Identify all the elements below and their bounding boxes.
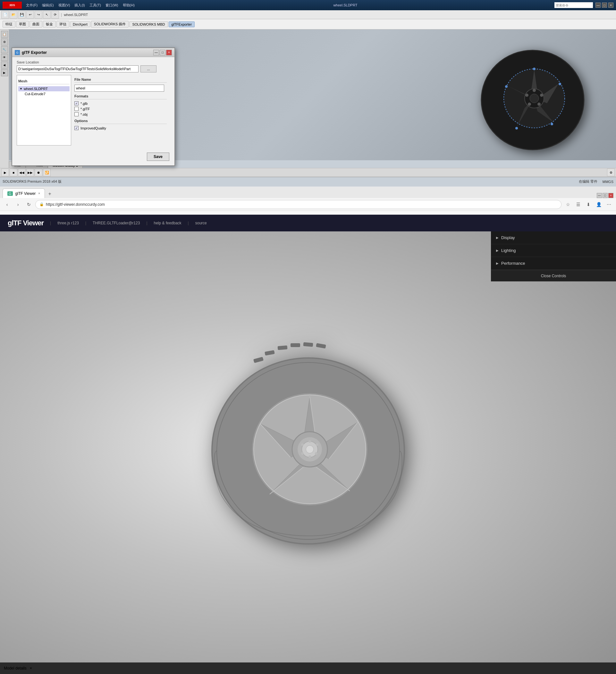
display-ctrl-row[interactable]: ▶ Display (491, 231, 616, 244)
sw-ribbon: 特征 草图 曲面 钣金 评估 DimXpert SOLIDWORKS 插件 SO… (0, 19, 616, 29)
browser-minimize-btn[interactable]: — (597, 193, 602, 198)
svg-point-33 (315, 452, 317, 455)
sw-maximize-btn[interactable]: □ (602, 3, 607, 8)
improved-quality-checkbox[interactable]: ✓ (74, 126, 79, 130)
browser-tab-gltf[interactable]: G glTF Viewer × (3, 189, 45, 198)
performance-arrow-icon: ▶ (496, 261, 499, 265)
tb-open-btn[interactable]: 📂 (10, 11, 17, 19)
menu-view[interactable]: 视图(V) (57, 2, 72, 8)
side-feature-tree[interactable]: 📋 (1, 31, 8, 38)
ribbon-dimxpert[interactable]: DimXpert (70, 21, 90, 27)
performance-ctrl-row[interactable]: ▶ Performance (491, 257, 616, 270)
filename-header: File Name (74, 78, 167, 83)
lighting-ctrl-row[interactable]: ▶ Lighting (491, 244, 616, 257)
url-text: https://gltf-viewer.donmccurdy.com (46, 202, 557, 207)
tb-new-btn[interactable]: 📄 (1, 11, 9, 19)
motion-play-btn[interactable]: ▶ (1, 168, 9, 176)
gltf-viewer-logo: glTF Viewer (8, 219, 43, 227)
svg-point-11 (533, 68, 535, 70)
browser-close-btn[interactable]: × (608, 193, 613, 198)
motion-forward-btn[interactable]: ▶▶ (26, 168, 34, 176)
sw-left-panel: 📋 ⚙ 🔧 👁 ◀ ▶ (0, 29, 9, 186)
format-obj-row: *.obj (74, 112, 167, 116)
motion-record-btn[interactable]: ⏺ (35, 168, 42, 176)
svg-rect-23 (303, 342, 313, 347)
filename-input[interactable] (74, 85, 164, 92)
sw-close-btn[interactable]: × (608, 3, 613, 8)
tree-root-item[interactable]: ▼ wheel.SLDPRT (18, 86, 70, 91)
more-btn[interactable]: ⋯ (604, 200, 613, 209)
bookmark-btn[interactable]: ☆ (563, 200, 573, 209)
address-bar[interactable]: 🔒 https://gltf-viewer.donmccurdy.com (35, 200, 561, 209)
motion-settings-btn[interactable]: ⚙ (607, 168, 615, 176)
dialog-title: glTF Exporter (22, 50, 153, 55)
format-gltf-row: *.glTF (74, 107, 167, 111)
format-gltf-checkbox[interactable] (74, 107, 79, 111)
threejs-link[interactable]: three.js r123 (58, 221, 79, 225)
side-nav2[interactable]: ▶ (1, 69, 8, 76)
menu-insert[interactable]: 插入(I) (73, 2, 86, 8)
tab-close-btn[interactable]: × (38, 192, 40, 195)
nav-sep-3: | (188, 221, 189, 225)
back-btn[interactable]: ‹ (3, 200, 12, 209)
ribbon-sw-mbd[interactable]: SOLIDWORKS MBD (129, 21, 168, 27)
new-tab-btn[interactable]: + (45, 190, 54, 198)
user-btn[interactable]: 👤 (594, 200, 603, 209)
ribbon-sw-plugins[interactable]: SOLIDWORKS 插件 (91, 21, 129, 27)
sw-minimize-btn[interactable]: — (596, 3, 601, 8)
gltf-viewer-header: glTF Viewer | three.js r123 | THREE.GLTF… (0, 215, 616, 231)
menu-edit[interactable]: 编辑(E) (40, 2, 56, 8)
menu-window[interactable]: 窗口(W) (104, 2, 120, 8)
side-config[interactable]: 🔧 (1, 46, 8, 53)
sw-version-label: SOLIDWORKS Premium 2018 x64 版 (3, 179, 62, 184)
sw-bottom-toolbar: ▶ ■ ◀◀ ▶▶ ⏺ 🔁 ⚙ (0, 168, 616, 177)
save-button[interactable]: Save (147, 152, 169, 161)
tb-save-btn[interactable]: 💾 (18, 11, 26, 19)
save-location-input[interactable] (17, 66, 138, 73)
download-btn[interactable]: ⬇ (584, 200, 593, 209)
dialog-close-btn[interactable]: × (166, 50, 172, 55)
gltfloader-link[interactable]: THREE.GLTFLoader@r123 (93, 221, 140, 225)
menu-help[interactable]: 帮助(H) (121, 2, 136, 8)
motion-rewind-btn[interactable]: ◀◀ (18, 168, 26, 176)
format-obj-checkbox[interactable] (74, 112, 79, 116)
svg-point-32 (316, 443, 318, 446)
svg-point-13 (550, 123, 553, 125)
tree-child-item[interactable]: Cut-Extrude7 (18, 91, 70, 97)
sw-search-input[interactable] (554, 2, 593, 8)
menu-tools[interactable]: 工具(T) (88, 2, 103, 8)
dialog-maximize-btn[interactable]: □ (160, 50, 166, 55)
browser-restore-btn[interactable]: □ (603, 193, 608, 198)
reload-btn[interactable]: ↻ (24, 200, 33, 209)
tb-redo-btn[interactable]: ↪ (35, 11, 42, 19)
display-arrow-icon: ▶ (496, 236, 499, 239)
sw-editing-label: 在编辑 零件 (579, 179, 597, 184)
forward-btn[interactable]: › (13, 200, 22, 209)
tb-undo-btn[interactable]: ↩ (26, 11, 34, 19)
side-property[interactable]: ⚙ (1, 38, 8, 45)
side-nav1[interactable]: ◀ (1, 62, 8, 69)
model-details-close-btn[interactable]: × (30, 666, 32, 670)
ribbon-gltf-exporter[interactable]: glTFExporter (169, 21, 195, 27)
nav-actions: ☆ ☰ ⬇ 👤 ⋯ (563, 200, 613, 209)
dialog-minimize-btn[interactable]: — (153, 50, 159, 55)
collections-btn[interactable]: ☰ (574, 200, 583, 209)
help-link[interactable]: help & feedback (154, 221, 182, 225)
motion-stop-btn[interactable]: ■ (10, 168, 17, 176)
ribbon-evaluate[interactable]: 评估 (57, 21, 69, 27)
menu-file[interactable]: 文件(F) (24, 2, 39, 8)
motion-loop-btn[interactable]: 🔁 (43, 168, 51, 176)
ribbon-features[interactable]: 特征 (3, 21, 15, 27)
browse-button[interactable]: ... (140, 66, 157, 73)
dialog-columns: Mesh ▼ wheel.SLDPRT Cut-Extrude7 File Na… (17, 75, 170, 145)
source-link[interactable]: source (195, 221, 207, 225)
tb-select-btn[interactable]: ↖ (43, 11, 51, 19)
formats-header: Formats (74, 94, 167, 99)
format-glb-checkbox[interactable]: ✓ (74, 101, 79, 105)
ribbon-surface[interactable]: 曲面 (29, 21, 42, 27)
side-display[interactable]: 👁 (1, 54, 8, 61)
close-controls-button[interactable]: Close Controls (491, 270, 616, 282)
ribbon-sketch[interactable]: 草图 (16, 21, 29, 27)
tb-rotate-btn[interactable]: ⟳ (51, 11, 59, 19)
ribbon-sheetmetal[interactable]: 钣金 (43, 21, 56, 27)
